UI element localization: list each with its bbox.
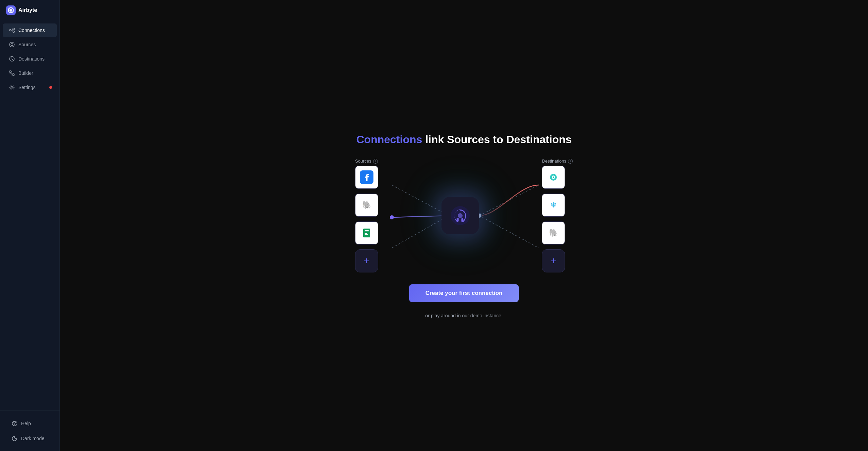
elastic-logo	[547, 170, 560, 184]
svg-line-16	[392, 216, 449, 217]
hero-title-accent: Connections	[356, 133, 422, 146]
sources-help-icon[interactable]: ?	[373, 159, 378, 164]
connections-label: Connections	[18, 28, 45, 33]
source-facebook[interactable]	[355, 166, 378, 189]
svg-point-4	[13, 31, 15, 33]
sidebar-item-settings[interactable]: Settings	[3, 81, 57, 94]
create-connection-button[interactable]: Create your first connection	[409, 284, 519, 302]
svg-rect-28	[365, 233, 367, 234]
demo-link[interactable]: demo instance	[470, 313, 501, 318]
dest-postgres[interactable]: 🐘	[542, 221, 565, 245]
destinations-diagram-label: Destinations ?	[542, 158, 573, 164]
add-destination-icon: +	[551, 256, 557, 266]
svg-point-15	[390, 215, 394, 219]
destinations-label: Destinations	[18, 56, 45, 62]
logo[interactable]: Airbyte	[0, 0, 60, 20]
airbyte-logo-icon	[6, 5, 16, 15]
svg-point-2	[10, 30, 11, 31]
settings-icon	[9, 84, 15, 90]
postgres-dest-logo: 🐘	[547, 226, 560, 240]
sidebar-item-sources[interactable]: Sources	[3, 38, 57, 51]
sidebar-item-builder[interactable]: Builder	[3, 66, 57, 80]
main-content: Connections link Sources to Destinations	[60, 0, 868, 451]
add-destination-button[interactable]: +	[542, 249, 565, 272]
svg-point-34	[553, 177, 554, 178]
hero-section: Connections link Sources to Destinations	[345, 119, 583, 332]
builder-icon	[9, 70, 15, 76]
svg-point-10	[11, 87, 13, 88]
svg-rect-26	[365, 230, 369, 231]
svg-line-14	[392, 216, 449, 248]
help-icon	[12, 420, 18, 427]
svg-text:🐘: 🐘	[362, 200, 372, 210]
hero-title-rest: link Sources to Destinations	[422, 133, 571, 146]
destinations-help-icon[interactable]: ?	[568, 159, 573, 164]
svg-text:🐘: 🐘	[549, 228, 558, 237]
add-source-button[interactable]: +	[355, 249, 378, 272]
settings-badge	[49, 86, 52, 89]
settings-label: Settings	[18, 85, 36, 90]
svg-line-12	[392, 185, 449, 216]
airbyte-center-icon	[448, 204, 472, 228]
source-gsheets[interactable]	[355, 221, 378, 245]
demo-suffix: .	[501, 313, 503, 318]
svg-point-1	[10, 10, 12, 11]
svg-point-3	[13, 28, 15, 30]
sidebar-item-connections[interactable]: Connections	[3, 23, 57, 37]
dest-elastic[interactable]	[542, 166, 565, 189]
builder-label: Builder	[18, 70, 33, 76]
svg-rect-9	[13, 74, 14, 76]
svg-rect-27	[365, 232, 369, 232]
gsheets-logo	[360, 226, 373, 240]
moon-icon	[12, 435, 18, 441]
svg-point-5	[10, 42, 14, 47]
sources-column: Sources ? 🐘	[355, 158, 378, 272]
sidebar: Airbyte Connections Source	[0, 0, 60, 451]
sidebar-item-help[interactable]: Help	[5, 417, 54, 430]
darkmode-label: Dark mode	[21, 436, 44, 441]
destinations-icon	[9, 56, 15, 62]
sources-label: Sources	[18, 42, 36, 47]
add-source-icon: +	[364, 256, 370, 266]
sidebar-nav: Connections Sources Destinations	[0, 20, 60, 411]
destinations-column: Destinations ? ❄	[542, 158, 573, 272]
airbyte-center-node	[441, 197, 479, 234]
snowflake-logo: ❄	[547, 198, 560, 212]
demo-text: or play around in our demo instance.	[425, 313, 502, 318]
sidebar-bottom: Help Dark mode	[0, 411, 60, 451]
svg-line-17	[479, 185, 539, 216]
postgres-source-logo: 🐘	[360, 198, 373, 212]
facebook-logo	[360, 170, 373, 184]
svg-rect-8	[10, 71, 11, 72]
svg-point-6	[11, 44, 13, 46]
source-postgres[interactable]: 🐘	[355, 194, 378, 217]
logo-text: Airbyte	[18, 7, 37, 13]
svg-line-19	[479, 216, 539, 248]
svg-rect-29	[365, 234, 368, 235]
connection-diagram: Sources ? 🐘	[348, 158, 580, 273]
sources-diagram-label: Sources ?	[355, 158, 378, 164]
help-label: Help	[21, 421, 31, 426]
connections-icon	[9, 27, 15, 33]
svg-line-13	[392, 216, 449, 217]
svg-text:❄: ❄	[550, 201, 556, 209]
demo-prefix: or play around in our	[425, 313, 470, 318]
sources-icon	[9, 41, 15, 48]
sidebar-item-darkmode[interactable]: Dark mode	[5, 432, 54, 445]
sidebar-item-destinations[interactable]: Destinations	[3, 52, 57, 66]
hero-title: Connections link Sources to Destinations	[356, 133, 572, 147]
dest-snowflake[interactable]: ❄	[542, 194, 565, 217]
